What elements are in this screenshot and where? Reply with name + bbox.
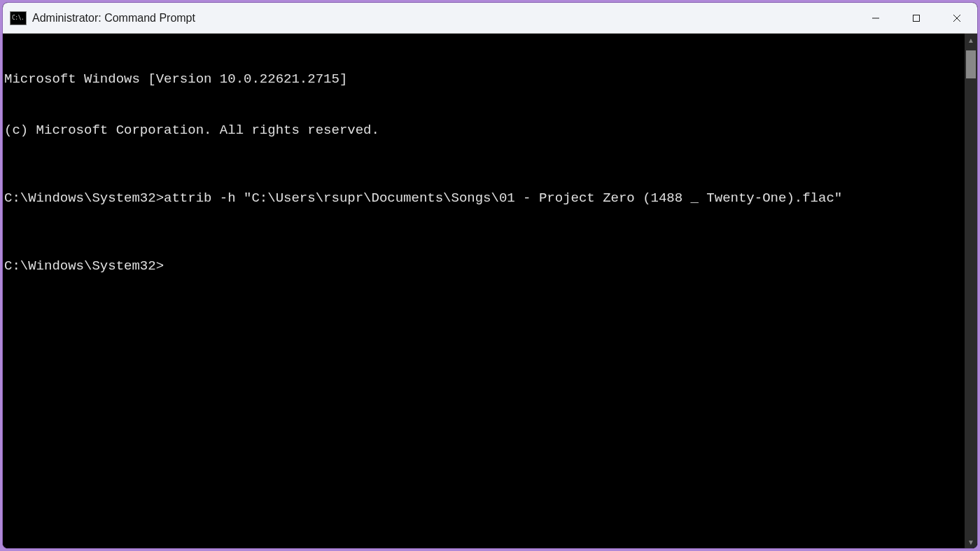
scroll-down-arrow-icon[interactable]: ▼ (965, 536, 977, 548)
terminal-output[interactable]: Microsoft Windows [Version 10.0.22621.27… (3, 34, 965, 548)
cmd-icon: C:\. (10, 11, 27, 25)
terminal-line: Microsoft Windows [Version 10.0.22621.27… (4, 71, 963, 88)
terminal-line: C:\Windows\System32>attrib -h "C:\Users\… (4, 190, 963, 207)
minimize-icon (872, 14, 880, 22)
terminal-line: (c) Microsoft Corporation. All rights re… (4, 122, 963, 139)
svg-rect-1 (913, 15, 920, 21)
scrollbar-thumb[interactable] (966, 50, 976, 78)
window-controls (855, 3, 977, 33)
scroll-up-arrow-icon[interactable]: ▲ (965, 34, 977, 46)
minimize-button[interactable] (855, 3, 896, 33)
terminal-prompt-line: C:\Windows\System32> (4, 258, 963, 274)
titlebar[interactable]: C:\. Administrator: Command Prompt (3, 3, 977, 34)
close-button[interactable] (937, 3, 977, 33)
window-title: Administrator: Command Prompt (32, 12, 855, 25)
vertical-scrollbar[interactable]: ▲ ▼ (965, 34, 977, 548)
maximize-icon (912, 14, 920, 22)
command-prompt-window: C:\. Administrator: Command Prompt Micro… (2, 2, 978, 549)
maximize-button[interactable] (896, 3, 937, 33)
terminal-area: Microsoft Windows [Version 10.0.22621.27… (3, 34, 977, 548)
close-icon (953, 14, 961, 22)
